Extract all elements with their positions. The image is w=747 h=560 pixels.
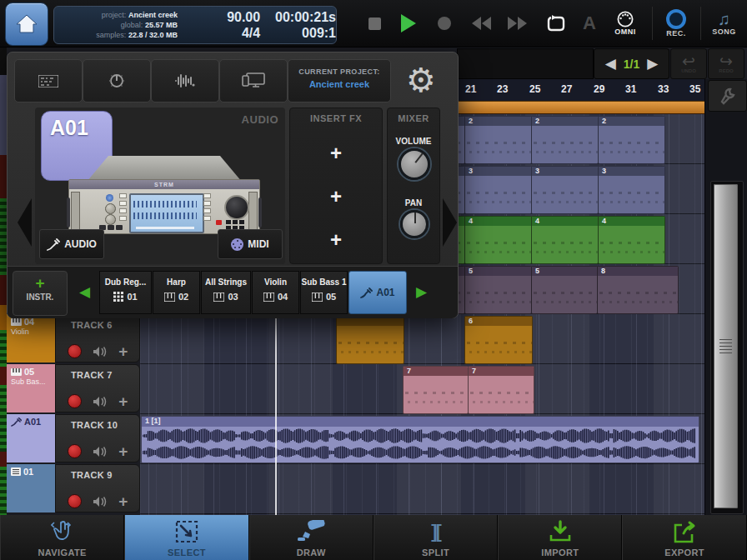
midi-clip[interactable]: 7 (403, 366, 469, 414)
midi-clip[interactable]: 2 (531, 116, 599, 164)
add-fx-slot-3[interactable]: + (290, 228, 382, 252)
page-next-button[interactable]: ▶ (647, 57, 658, 71)
mixer-panel: MIXER VOLUME PAN (387, 108, 440, 264)
midi-clip[interactable]: 3 (531, 166, 599, 214)
add-fx-slot-1[interactable]: + (290, 142, 382, 165)
track-tools-button[interactable] (708, 80, 747, 112)
instrument-tab[interactable]: All Strings 03 (201, 271, 251, 314)
midi-clip[interactable]: 2 (464, 116, 532, 164)
instrument-tab[interactable]: Violin 04 (252, 271, 299, 314)
redo-icon: ↪ (719, 55, 733, 68)
track-header[interactable]: 04 Violin TRACK 6 + (0, 314, 140, 362)
metronome-button[interactable]: A (575, 7, 604, 40)
omni-button[interactable]: OMNI (607, 7, 644, 40)
instruments-scroll-right[interactable]: ▶ (416, 283, 427, 301)
tab-tracks[interactable] (14, 59, 83, 102)
track-header[interactable]: 05 Sub Bas... TRACK 7 + (0, 364, 140, 412)
play-button[interactable] (392, 7, 425, 40)
record-arm-button[interactable] (68, 344, 82, 358)
add-effect-button[interactable]: + (118, 345, 128, 358)
add-instrument-button[interactable]: + INSTR. (13, 271, 68, 316)
speaker-icon[interactable] (93, 496, 107, 508)
midi-clip[interactable] (336, 316, 404, 364)
redo-button[interactable]: ↪ REDO (708, 48, 744, 79)
tool-select[interactable]: SELECT (124, 515, 248, 560)
vertical-scrollbar[interactable] (710, 181, 744, 514)
audio-clip[interactable]: 1 [1] (141, 416, 699, 463)
add-effect-button[interactable]: + (118, 395, 128, 408)
home-button[interactable] (5, 2, 48, 46)
fast-forward-icon (508, 17, 528, 30)
add-fx-slot-2[interactable]: + (290, 185, 382, 208)
import-icon (549, 520, 572, 543)
tab-audio-editor[interactable] (151, 59, 219, 102)
rewind-button[interactable] (464, 7, 499, 40)
volume-knob[interactable] (399, 148, 430, 180)
loop-button[interactable] (539, 7, 574, 40)
midi-clip[interactable]: 4 (598, 216, 665, 264)
midi-clip[interactable]: 5 (464, 266, 532, 314)
speaker-icon[interactable] (93, 346, 107, 358)
fast-forward-button[interactable] (500, 7, 535, 40)
track-color-badge[interactable]: A01 (7, 414, 55, 462)
song-mode-button[interactable]: ♫ SONG (700, 7, 747, 40)
sampler-device-image[interactable]: STRM (68, 156, 260, 234)
speaker-icon[interactable] (93, 396, 107, 408)
add-effect-button[interactable]: + (118, 495, 128, 508)
record-arm-button[interactable] (68, 494, 82, 508)
tool-import[interactable]: IMPORT (498, 515, 622, 560)
scrollbar-thumb[interactable] (714, 184, 738, 508)
midi-clip[interactable]: 4 (464, 216, 532, 264)
prev-channel-chevron[interactable] (18, 198, 32, 247)
current-project-box[interactable]: CURRENT PROJECT: Ancient creek (288, 59, 391, 102)
time-display[interactable]: 00:00:21s (260, 9, 336, 25)
midi-clip[interactable]: 8 (597, 266, 679, 314)
settings-gear-button[interactable]: ⚙ (398, 59, 444, 102)
midi-clip[interactable]: 4 (531, 216, 599, 264)
midi-io-button[interactable]: MIDI (218, 229, 283, 259)
instruments-scroll-left[interactable]: ◀ (79, 283, 90, 301)
tool-export[interactable]: EXPORT (622, 515, 746, 560)
metronome-icon: A (583, 14, 596, 32)
record-arm-button[interactable] (68, 444, 82, 458)
midi-clip[interactable]: 7 (468, 366, 534, 414)
tempo-display[interactable]: 90.00 (191, 9, 260, 25)
midi-clip[interactable]: 6 (464, 316, 533, 364)
tab-devices[interactable] (219, 59, 288, 102)
undo-button[interactable]: ↩ UNDO (670, 48, 707, 79)
add-effect-button[interactable]: + (118, 445, 128, 458)
rec-mode-button[interactable]: REC. (652, 7, 699, 40)
insert-fx-panel: INSERT FX + + + (289, 108, 383, 264)
track-color-badge[interactable]: 05 Sub Bas... (7, 364, 55, 412)
tab-mixer[interactable] (83, 59, 151, 102)
midi-clip[interactable]: 5 (531, 266, 598, 314)
stop-button[interactable] (358, 7, 390, 40)
record-button[interactable] (429, 7, 460, 40)
instrument-tab[interactable]: Sub Bass 1 05 (300, 271, 348, 314)
page-prev-button[interactable]: ◀ (605, 57, 616, 71)
piano-icon (263, 292, 274, 302)
tool-split[interactable]: ][ SPLIT (374, 515, 498, 560)
next-channel-chevron[interactable] (443, 198, 457, 247)
instrument-tab-selected[interactable]: A01 (348, 271, 407, 314)
track-header[interactable]: 01 TRACK 9 + (0, 464, 140, 512)
track-color-badge[interactable]: 04 Violin (7, 314, 55, 362)
instrument-tab[interactable]: Dub Reg... 01 (99, 271, 152, 314)
bar-beat-display[interactable]: 009:1 (260, 25, 336, 41)
midi-clip[interactable]: 3 (464, 166, 532, 214)
home-icon (16, 14, 38, 34)
time-signature-display[interactable]: 4/4 (191, 25, 260, 41)
speaker-icon[interactable] (93, 446, 107, 458)
track-color-badge[interactable]: 01 (7, 464, 55, 512)
knob-icon (107, 71, 127, 91)
instrument-tab[interactable]: Harp 02 (153, 271, 200, 314)
audio-io-button[interactable]: AUDIO (39, 229, 104, 259)
record-arm-button[interactable] (68, 394, 82, 408)
pan-knob[interactable] (400, 210, 429, 238)
midi-clip[interactable]: 2 (598, 116, 665, 164)
tool-draw[interactable]: DRAW (249, 515, 374, 560)
tool-navigate[interactable]: NAVIGATE (0, 515, 124, 560)
track-header[interactable]: A01 TRACK 10 + (0, 414, 140, 462)
project-info-display[interactable]: project: Ancient creek global: 25.57 MB … (53, 6, 337, 44)
midi-clip[interactable]: 3 (598, 166, 665, 214)
